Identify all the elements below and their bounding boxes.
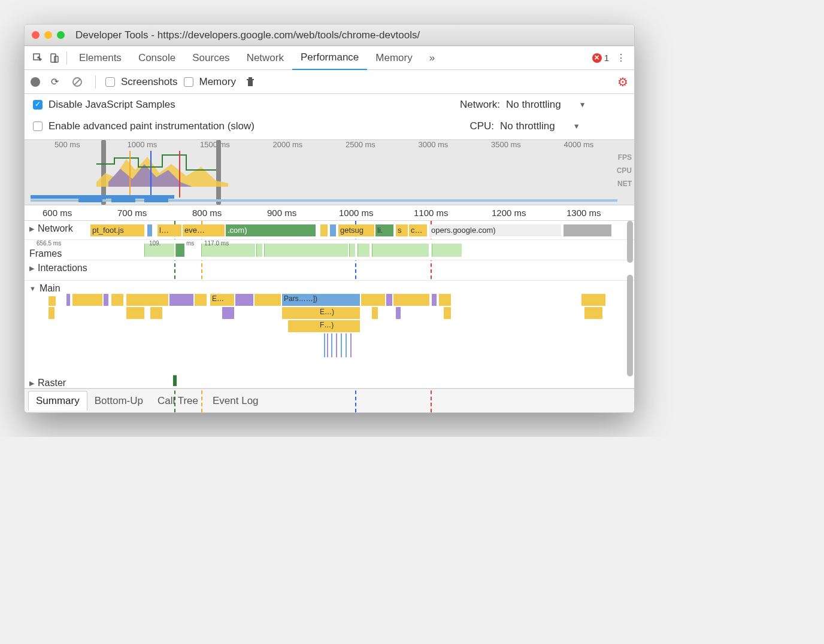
flame-segment[interactable] <box>372 307 378 319</box>
network-request[interactable] <box>330 224 336 236</box>
network-track[interactable]: ▶ Network pt_foot.js l… eve… .com) getsu… <box>25 221 634 240</box>
network-request[interactable]: s <box>396 224 408 236</box>
tab-summary[interactable]: Summary <box>28 391 87 411</box>
vertical-scrollbar[interactable] <box>627 275 633 376</box>
tab-call-tree[interactable]: Call Tree <box>150 391 205 411</box>
flame-segment[interactable] <box>150 307 162 319</box>
network-request[interactable]: .com) <box>226 224 316 236</box>
flame-segment[interactable] <box>173 375 177 386</box>
flame-segment[interactable]: Pars……]) <box>282 294 360 306</box>
flame-segment[interactable] <box>126 307 144 319</box>
paint-instr-checkbox[interactable] <box>33 121 43 131</box>
kebab-menu-icon[interactable]: ⋮ <box>613 50 629 66</box>
cpu-label: CPU <box>617 166 632 175</box>
screenshots-checkbox[interactable] <box>105 77 115 87</box>
flame-segment[interactable] <box>393 294 429 306</box>
tabs-overflow[interactable]: » <box>421 46 443 70</box>
flame-segment[interactable] <box>111 294 123 306</box>
flame-segment[interactable] <box>126 294 168 306</box>
flame-segment[interactable] <box>104 294 108 306</box>
frame[interactable] <box>175 244 184 257</box>
tab-event-log[interactable]: Event Log <box>205 391 266 411</box>
flame-segment[interactable] <box>49 307 54 319</box>
flame-segment[interactable] <box>66 294 70 306</box>
flame-segment[interactable] <box>169 294 193 306</box>
interactions-track-header[interactable]: ▶ Interactions <box>25 260 92 276</box>
flame-segment[interactable] <box>581 294 605 306</box>
network-track-header[interactable]: ▶ Network <box>25 221 78 236</box>
network-request[interactable] <box>320 224 328 236</box>
main-track-header[interactable]: ▼ Main <box>25 281 65 296</box>
window-close-button[interactable] <box>32 31 40 39</box>
frame[interactable] <box>256 244 262 257</box>
frame[interactable] <box>432 244 462 257</box>
memory-checkbox[interactable] <box>184 77 193 87</box>
flame-segment[interactable] <box>72 294 102 306</box>
trash-icon[interactable] <box>242 74 259 90</box>
frame[interactable] <box>264 244 348 257</box>
flame-segment[interactable] <box>444 307 451 319</box>
tab-sources[interactable]: Sources <box>184 46 238 70</box>
interactions-track[interactable]: ▶ Interactions <box>25 260 634 281</box>
flame-segment[interactable] <box>341 333 342 357</box>
network-request[interactable]: c… <box>409 224 427 236</box>
network-throttle-dropdown[interactable]: No throttling ▼ <box>506 99 626 111</box>
network-request[interactable]: l… <box>157 224 181 236</box>
flame-segment[interactable] <box>282 307 318 319</box>
flame-segment[interactable] <box>336 333 337 357</box>
flame-segment[interactable]: E… <box>210 294 234 306</box>
record-button[interactable] <box>31 77 40 87</box>
network-request[interactable] <box>564 224 611 236</box>
frame[interactable] <box>358 244 369 257</box>
flame-segment[interactable]: F…) <box>318 320 360 332</box>
flame-segment[interactable] <box>222 307 234 319</box>
window-zoom-button[interactable] <box>57 31 65 39</box>
flame-segment[interactable] <box>386 294 392 306</box>
flame-segment[interactable] <box>331 333 332 357</box>
flame-segment[interactable] <box>288 320 318 332</box>
network-request[interactable]: pt_foot.js <box>90 224 144 236</box>
frames-track[interactable]: 656.5 ms Frames 109. ms 117.0 ms <box>25 240 634 260</box>
tab-elements[interactable]: Elements <box>71 46 130 70</box>
vertical-scrollbar[interactable] <box>627 221 633 263</box>
flame-segment[interactable] <box>439 294 451 306</box>
network-request[interactable]: li. <box>375 224 393 236</box>
frame[interactable] <box>372 244 429 257</box>
tab-console[interactable]: Console <box>130 46 184 70</box>
flame-segment[interactable] <box>361 294 385 306</box>
flame-segment[interactable] <box>327 333 328 357</box>
tab-memory[interactable]: Memory <box>367 46 420 70</box>
flame-segment[interactable] <box>255 294 281 306</box>
disable-js-checkbox[interactable] <box>33 100 43 110</box>
flame-segment[interactable] <box>324 333 325 357</box>
network-request[interactable]: getsug <box>338 224 374 236</box>
flame-segment[interactable] <box>235 294 253 306</box>
inspect-icon[interactable] <box>29 50 46 66</box>
clear-icon[interactable] <box>69 74 86 90</box>
tab-bottom-up[interactable]: Bottom-Up <box>87 391 150 411</box>
timeline-overview[interactable]: 500 ms 1000 ms 1500 ms 2000 ms 2500 ms 3… <box>25 139 634 205</box>
reload-icon[interactable]: ⟳ <box>46 74 63 90</box>
network-request[interactable]: opers.google.com) <box>429 224 561 236</box>
error-indicator[interactable]: ✕ 1 <box>592 53 609 63</box>
flame-segment[interactable]: E…) <box>318 307 360 319</box>
tab-performance[interactable]: Performance <box>292 46 367 70</box>
network-request[interactable]: eve… <box>183 224 225 236</box>
window-minimize-button[interactable] <box>44 31 52 39</box>
main-track[interactable]: ▼ Main E… Pars……]) <box>25 281 634 388</box>
raster-track-header[interactable]: ▶ Raster <box>25 375 71 388</box>
frame[interactable] <box>349 244 355 257</box>
cpu-throttle-dropdown[interactable]: No throttling ▼ <box>500 120 596 132</box>
detail-ruler[interactable]: 600 ms 700 ms 800 ms 900 ms 1000 ms 1100… <box>25 205 634 221</box>
frames-track-header[interactable]: Frames <box>25 246 66 262</box>
flame-segment[interactable] <box>396 307 401 319</box>
flame-segment[interactable] <box>195 294 207 306</box>
flame-segment[interactable] <box>350 333 352 357</box>
flame-segment[interactable] <box>584 307 602 319</box>
flame-segment[interactable] <box>432 294 437 306</box>
device-toggle-icon[interactable] <box>46 50 63 66</box>
network-request[interactable] <box>147 224 152 236</box>
capture-settings-icon[interactable]: ⚙ <box>617 75 628 89</box>
flame-segment[interactable] <box>346 333 347 357</box>
tab-network[interactable]: Network <box>238 46 292 70</box>
